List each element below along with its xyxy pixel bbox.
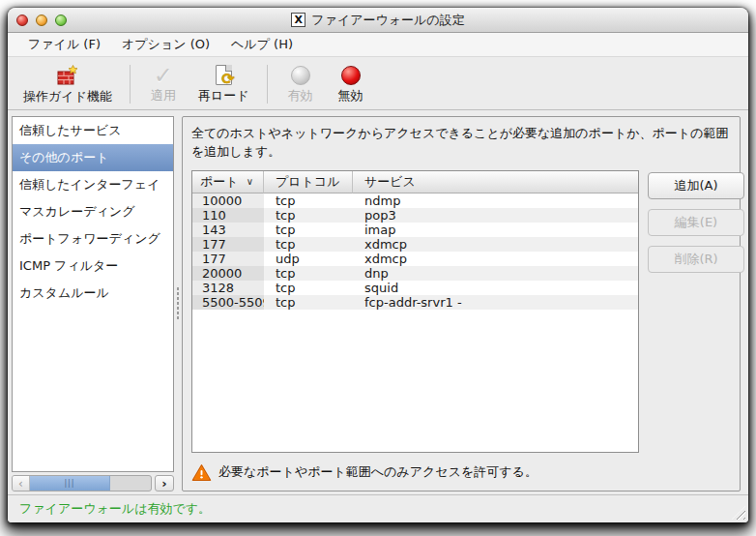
edit-button: 編集(E): [648, 209, 744, 236]
table-row[interactable]: 20000tcpdnp: [192, 266, 638, 281]
toolbar-button-label: 操作ガイド機能: [23, 88, 112, 105]
sidebar-item-trusted-interfaces[interactable]: 信頼したインターフェイ: [13, 171, 173, 198]
ports-table: ポート∨プロトコルサービス 10000tcpndmp110tcppop3143t…: [191, 170, 639, 453]
reload-icon: ⟳: [216, 63, 232, 87]
column-header-label: プロトコル: [276, 173, 340, 191]
port-cell: 177: [192, 252, 264, 266]
protocol-cell: tcp: [264, 223, 353, 237]
service-cell: fcp-addr-srvr1 -: [353, 295, 638, 310]
protocol-cell: tcp: [264, 208, 353, 223]
warning-text: 必要なポートやポート範囲へのみアクセスを許可する。: [218, 463, 538, 481]
service-cell: dnp: [353, 266, 638, 281]
service-cell: imap: [353, 223, 638, 237]
ports-section: ポート∨プロトコルサービス 10000tcpndmp110tcppop3143t…: [191, 170, 731, 453]
panel-description: 全てのホストやネットワークからアクセスできることが必要な追加のポートか、ポートの…: [191, 125, 731, 162]
add-button[interactable]: 追加(A): [648, 172, 744, 199]
table-header-row: ポート∨プロトコルサービス: [192, 171, 638, 194]
column-header-label: サービス: [364, 173, 416, 191]
close-button[interactable]: [16, 15, 28, 26]
firewall-settings-window: X ファイアーウォールの設定 ファイル (F)オプション (O)ヘルプ (H) …: [8, 8, 748, 522]
sidebar-list: 信頼したサービスその他のポート信頼したインターフェイマスカレーディングポートフォ…: [12, 116, 174, 472]
table-row[interactable]: 177udpxdmcp: [192, 252, 638, 266]
scrollbar-track[interactable]: ‹ |||: [12, 475, 152, 491]
minimize-button[interactable]: [36, 15, 47, 26]
content-area: 信頼したサービスその他のポート信頼したインターフェイマスカレーディングポートフォ…: [8, 110, 748, 494]
port-cell: 110: [192, 208, 264, 223]
service-cell: xdmcp: [353, 252, 638, 266]
column-header-service[interactable]: サービス: [353, 171, 638, 194]
menu-bar: ファイル (F)オプション (O)ヘルプ (H): [8, 33, 748, 57]
port-cell: 20000: [192, 266, 264, 281]
sort-down-icon: ∨: [247, 176, 255, 187]
protocol-cell: tcp: [264, 194, 353, 208]
status-bar: ファイアーウォールは有効です。: [8, 494, 748, 522]
toolbar-button-wizard[interactable]: 操作ガイド機能: [14, 61, 122, 107]
protocol-cell: tcp: [264, 237, 353, 252]
sidebar-item-icmp-filter[interactable]: ICMP フィルター: [13, 253, 173, 280]
port-cell: 10000: [192, 194, 264, 208]
wizard-icon: [55, 63, 80, 88]
title-area: X ファイアーウォールの設定: [291, 12, 464, 29]
table-row[interactable]: 177tcpxdmcp: [192, 237, 638, 252]
table-row[interactable]: 5500-5509tcpfcp-addr-srvr1 -: [192, 295, 638, 310]
port-cell: 5500-5509: [192, 295, 264, 310]
scroll-right-icon[interactable]: ›: [155, 475, 174, 491]
sidebar-item-trusted-services[interactable]: 信頼したサービス: [13, 117, 173, 144]
window-controls: [16, 15, 67, 26]
toolbar-button-label: 無効: [338, 87, 363, 104]
service-cell: pop3: [353, 208, 638, 223]
table-row[interactable]: 10000tcpndmp: [192, 194, 638, 208]
toolbar-button-label: 再ロード: [198, 87, 249, 104]
enable-sphere-icon: [291, 63, 310, 87]
apply-check-icon: ✓: [154, 63, 173, 87]
pane-splitter[interactable]: [174, 110, 182, 494]
toolbar-button-reload[interactable]: ⟳再ロード: [189, 61, 259, 107]
protocol-cell: udp: [264, 252, 353, 266]
toolbar-separator: [267, 65, 268, 104]
disable-sphere-icon: [341, 63, 361, 87]
table-row[interactable]: 143tcpimap: [192, 223, 638, 237]
toolbar: 操作ガイド機能✓適用⟳再ロード有効無効: [8, 57, 748, 110]
table-row[interactable]: 110tcppop3: [192, 208, 638, 223]
sidebar-horizontal-scrollbar: ‹ ||| ›: [12, 475, 174, 491]
column-header-protocol[interactable]: プロトコル: [264, 171, 353, 194]
menu-item-help[interactable]: ヘルプ (H): [220, 33, 304, 56]
sidebar-item-other-ports[interactable]: その他のポート: [13, 144, 173, 171]
toolbar-button-label: 適用: [151, 87, 176, 104]
protocol-cell: tcp: [264, 295, 353, 310]
column-header-port[interactable]: ポート∨: [192, 171, 264, 194]
title-bar[interactable]: X ファイアーウォールの設定: [8, 8, 748, 33]
service-cell: xdmcp: [353, 237, 638, 252]
toolbar-button-enable: 有効: [276, 61, 326, 107]
menu-item-options[interactable]: オプション (O): [111, 33, 220, 56]
port-cell: 177: [192, 237, 264, 252]
sidebar: 信頼したサービスその他のポート信頼したインターフェイマスカレーディングポートフォ…: [12, 116, 174, 491]
toolbar-separator: [130, 65, 131, 104]
x11-app-icon: X: [291, 13, 305, 27]
firewall-status-text: ファイアーウォールは有効です。: [19, 500, 211, 518]
warning-icon: [191, 463, 212, 482]
scrollbar-thumb[interactable]: |||: [30, 476, 110, 491]
column-header-label: ポート: [200, 173, 239, 191]
protocol-cell: tcp: [264, 266, 353, 281]
window-title: ファイアーウォールの設定: [311, 12, 464, 29]
port-cell: 3128: [192, 281, 264, 295]
toolbar-button-disable[interactable]: 無効: [326, 61, 376, 107]
resize-grip-icon[interactable]: [732, 506, 745, 520]
scroll-left-icon[interactable]: ‹: [13, 476, 30, 491]
warning-row: 必要なポートやポート範囲へのみアクセスを許可する。: [191, 461, 731, 484]
table-row[interactable]: 3128tcpsquid: [192, 281, 638, 295]
protocol-cell: tcp: [264, 281, 353, 295]
action-buttons: 追加(A)編集(E)削除(R): [648, 170, 744, 453]
sidebar-item-custom-rules[interactable]: カスタムルール: [13, 280, 173, 307]
zoom-button[interactable]: [55, 15, 67, 26]
table-body: 10000tcpndmp110tcppop3143tcpimap177tcpxd…: [192, 194, 638, 310]
service-cell: ndmp: [353, 194, 638, 208]
menu-item-file[interactable]: ファイル (F): [17, 33, 111, 56]
sidebar-item-port-forwarding[interactable]: ポートフォワーディング: [13, 225, 173, 253]
toolbar-button-apply: ✓適用: [138, 61, 189, 107]
port-cell: 143: [192, 223, 264, 237]
splitter-grip-icon: [176, 286, 180, 319]
other-ports-panel: 全てのホストやネットワークからアクセスできることが必要な追加のポートか、ポートの…: [182, 116, 741, 491]
sidebar-item-masquerading[interactable]: マスカレーディング: [13, 198, 173, 225]
